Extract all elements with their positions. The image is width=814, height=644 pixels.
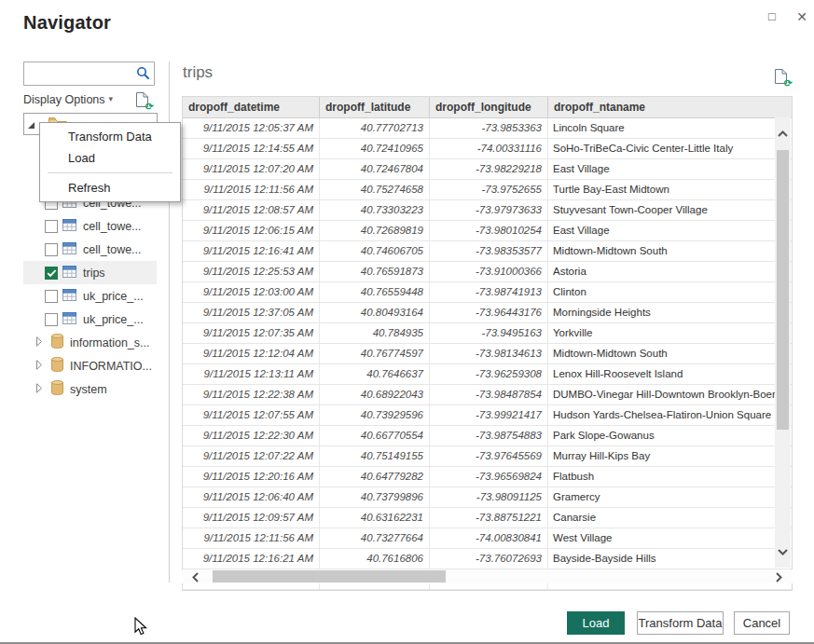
menu-item-load[interactable]: Load (40, 147, 180, 169)
table-body: 9/11/2015 12:05:37 AM40.77702713-73.9853… (183, 118, 792, 590)
menu-item-transform-data[interactable]: Transform Data (40, 126, 180, 147)
table-cell: 40.68922043 (320, 385, 430, 404)
dialog-title: Navigator (23, 12, 111, 34)
load-button[interactable]: Load (567, 611, 625, 635)
table-icon (62, 242, 83, 257)
refresh-preview-icon[interactable]: ⟳ (136, 92, 150, 108)
navigation-tree: cell_towe...cell_towe...cell_towe...trip… (23, 191, 157, 401)
table-cell: Lenox Hill-Roosevelt Island (548, 364, 792, 384)
table-row[interactable]: 9/11/2015 12:07:35 AM40.784935-73.949516… (183, 323, 792, 344)
table-cell: -73.96443176 (430, 303, 548, 322)
unchecked-checkbox[interactable] (45, 220, 58, 233)
table-cell: -74.00331116 (430, 139, 548, 158)
tree-item-information-s[interactable]: information_s... (23, 331, 157, 354)
expand-icon[interactable] (23, 336, 51, 349)
table-cell: 40.75274658 (320, 180, 430, 199)
table-cell: -73.97973633 (430, 200, 548, 220)
unchecked-checkbox[interactable] (45, 243, 58, 256)
column-header-dropoff-datetime[interactable]: dropoff_datetime (183, 97, 320, 117)
unchecked-checkbox[interactable] (45, 313, 58, 326)
expand-icon[interactable] (23, 360, 51, 373)
table-row[interactable]: 9/11/2015 12:22:30 AM40.66770554-73.9875… (183, 426, 792, 446)
unchecked-checkbox[interactable] (45, 290, 58, 303)
transform-data-button[interactable]: Transform Data (637, 611, 724, 635)
expand-collapse-icon[interactable] (28, 122, 34, 129)
tree-item-system[interactable]: system (23, 377, 157, 401)
table-cell: Midtown-Midtown South (548, 344, 792, 363)
menu-item-refresh[interactable]: Refresh (40, 177, 180, 199)
table-cell: 40.73799896 (320, 487, 430, 507)
table-row[interactable]: 9/11/2015 12:25:53 AM40.76591873-73.9100… (183, 262, 792, 282)
table-row[interactable]: 9/11/2015 12:03:00 AM40.76559448-73.9874… (183, 282, 792, 303)
table-cell: -73.98134613 (430, 344, 548, 363)
scroll-right-icon[interactable] (775, 570, 783, 587)
column-header-dropoff-longitude[interactable]: dropoff_longitude (430, 97, 548, 117)
table-cell: 40.73929596 (320, 405, 430, 425)
column-header-dropoff-ntaname[interactable]: dropoff_ntaname (548, 97, 792, 117)
close-icon[interactable]: ✕ (791, 6, 813, 28)
table-row[interactable]: 9/11/2015 12:22:38 AM40.68922043-73.9848… (183, 385, 792, 405)
table-cell: Stuyvesant Town-Cooper Village (548, 200, 792, 220)
table-row[interactable]: 9/11/2015 12:16:21 AM40.7616806-73.76072… (183, 549, 792, 569)
expand-icon[interactable] (23, 383, 51, 396)
search-input[interactable] (28, 64, 136, 85)
tree-item-informatio[interactable]: INFORMATIO... (23, 354, 157, 377)
table-row[interactable]: 9/11/2015 12:37:05 AM40.80493164-73.9644… (183, 303, 792, 323)
table-icon (62, 312, 83, 327)
table-row[interactable]: 9/11/2015 12:12:04 AM40.76774597-73.9813… (183, 344, 792, 364)
vertical-scrollbar[interactable] (775, 117, 791, 568)
table-row[interactable]: 9/11/2015 12:07:20 AM40.72467804-73.9822… (183, 159, 792, 180)
tree-item-cell-towe[interactable]: cell_towe... (23, 214, 157, 238)
table-row[interactable]: 9/11/2015 12:11:56 AM40.75274658-73.9752… (183, 180, 792, 200)
horizontal-scrollbar[interactable] (182, 569, 793, 583)
table-cell: -73.9853363 (430, 118, 548, 138)
table-cell: 9/11/2015 12:03:00 AM (183, 282, 320, 302)
table-row[interactable]: 9/11/2015 12:07:55 AM40.73929596-73.9992… (183, 405, 792, 426)
table-cell: 40.72689819 (320, 221, 430, 240)
refresh-arrows-icon: ⟳ (145, 102, 154, 112)
table-row[interactable]: 9/11/2015 12:06:15 AM40.72689819-73.9801… (183, 221, 792, 241)
table-row[interactable]: 9/11/2015 12:08:57 AM40.73303223-73.9797… (183, 200, 792, 221)
mouse-cursor (134, 617, 147, 640)
table-row[interactable]: 9/11/2015 12:11:56 AM40.73277664-74.0083… (183, 528, 792, 549)
table-row[interactable]: 9/11/2015 12:14:55 AM40.72410965-74.0033… (183, 139, 792, 159)
table-row[interactable]: 9/11/2015 12:09:57 AM40.63162231-73.8875… (183, 508, 792, 528)
table-row[interactable]: 9/11/2015 12:07:22 AM40.75149155-73.9764… (183, 446, 792, 467)
tree-item-uk-price[interactable]: uk_price_... (23, 308, 157, 331)
table-row[interactable]: 9/11/2015 12:05:37 AM40.77702713-73.9853… (183, 118, 792, 139)
horizontal-scrollbar-thumb[interactable] (213, 570, 446, 582)
cancel-button[interactable]: Cancel (734, 611, 790, 635)
table-icon (62, 266, 83, 281)
scroll-down-icon[interactable] (777, 543, 789, 560)
search-icon[interactable] (136, 66, 150, 84)
tree-item-cell-towe[interactable]: cell_towe... (23, 238, 157, 261)
table-row[interactable]: 9/11/2015 12:16:41 AM40.74606705-73.9835… (183, 241, 792, 262)
table-cell: 40.66770554 (320, 426, 430, 445)
table-cell: 9/11/2015 12:22:30 AM (183, 426, 320, 445)
maximize-icon[interactable]: □ (761, 6, 783, 28)
tree-item-uk-price[interactable]: uk_price_... (23, 284, 157, 308)
column-header-dropoff-latitude[interactable]: dropoff_latitude (320, 97, 430, 117)
table-cell: -73.98353577 (430, 241, 548, 261)
database-icon (51, 380, 70, 398)
table-cell: Murray Hill-Kips Bay (548, 446, 792, 466)
vertical-scrollbar-thumb[interactable] (777, 150, 789, 430)
scroll-left-icon[interactable] (191, 570, 200, 587)
table-cell: 9/11/2015 12:06:40 AM (183, 487, 320, 507)
table-row[interactable]: 9/11/2015 12:20:16 AM40.64779282-73.9656… (183, 467, 792, 487)
table-cell: 40.784935 (320, 323, 430, 343)
table-header-row: dropoff_datetimedropoff_latitudedropoff_… (183, 97, 792, 118)
database-icon (51, 334, 70, 351)
table-row[interactable]: 9/11/2015 12:13:11 AM40.7646637-73.96259… (183, 364, 792, 385)
table-row[interactable]: 9/11/2015 12:06:40 AM40.73799896-73.9809… (183, 487, 792, 508)
scroll-up-icon[interactable] (777, 125, 789, 142)
display-options-dropdown[interactable]: Display Options (23, 93, 105, 106)
refresh-preview-icon[interactable]: ⟳ (775, 69, 789, 85)
table-icon (62, 219, 83, 234)
tree-item-trips[interactable]: trips (23, 261, 157, 284)
table-cell: 9/11/2015 12:07:55 AM (183, 405, 320, 425)
table-cell: 9/11/2015 12:22:38 AM (183, 385, 320, 404)
table-cell: 40.73277664 (320, 528, 430, 548)
checked-checkbox[interactable] (45, 267, 58, 280)
table-cell: 9/11/2015 12:16:21 AM (183, 549, 320, 569)
